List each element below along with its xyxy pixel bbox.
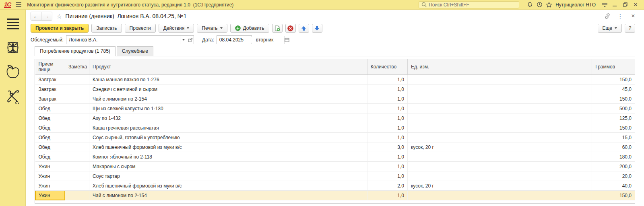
cell-unit[interactable]: [407, 171, 592, 181]
cell-meal[interactable]: Ужин: [35, 162, 65, 171]
tab-service[interactable]: Служебные: [117, 46, 153, 56]
cell-quantity[interactable]: 3,0: [367, 142, 407, 152]
patient-dropdown-button[interactable]: [180, 36, 187, 44]
cell-quantity[interactable]: 1,0: [367, 171, 407, 181]
cell-product[interactable]: Сэндвич с ветчиной и сыром: [89, 84, 367, 94]
post-button[interactable]: Провести: [125, 24, 156, 33]
cell-quantity[interactable]: 1,0: [367, 75, 407, 84]
cell-meal[interactable]: Обед: [35, 133, 65, 142]
cell-unit[interactable]: [407, 133, 592, 142]
cell-product[interactable]: Соус тартар: [89, 171, 367, 181]
cell-grams[interactable]: 180,0: [592, 152, 635, 162]
cell-grams[interactable]: 150,0: [592, 75, 635, 84]
close-form-icon[interactable]: ×: [628, 12, 638, 20]
copy-row-button[interactable]: [272, 24, 283, 33]
cell-note[interactable]: [65, 94, 89, 104]
cell-grams[interactable]: 60,0: [592, 142, 635, 152]
forward-arrow-button[interactable]: →: [41, 12, 52, 20]
cell-note[interactable]: [65, 104, 89, 113]
cell-product[interactable]: Каша манная вязкая по 1-276: [89, 75, 367, 84]
favorites-star-icon[interactable]: [544, 1, 554, 9]
cell-product[interactable]: Соус сырный, готовый к употреблению: [89, 133, 367, 142]
cell-quantity[interactable]: 1,0: [367, 84, 407, 94]
cell-note[interactable]: [65, 84, 89, 94]
cell-product[interactable]: Макароны с сыром: [89, 162, 367, 171]
cell-quantity[interactable]: 1,0: [367, 113, 407, 123]
print-dropdown-button[interactable]: Печать: [197, 24, 227, 33]
cell-meal[interactable]: Обед: [35, 152, 65, 162]
cell-grams[interactable]: 150,0: [592, 191, 635, 200]
cell-note[interactable]: [65, 162, 89, 171]
cell-note[interactable]: [65, 171, 89, 181]
cell-quantity[interactable]: 1,0: [367, 133, 407, 142]
cell-meal[interactable]: Ужин: [35, 191, 65, 200]
date-calendar-button[interactable]: [284, 36, 289, 44]
cell-note[interactable]: [65, 152, 89, 162]
cell-product[interactable]: Азу по 1-432: [89, 113, 367, 123]
more-dropdown-button[interactable]: Еще: [598, 24, 622, 33]
add-row-button[interactable]: Добавить: [230, 24, 269, 33]
actions-dropdown-button[interactable]: Действия: [159, 24, 194, 33]
cell-product[interactable]: Щи из свежей капусты по 1-130: [89, 104, 367, 113]
service-menu-icon[interactable]: [600, 1, 609, 9]
cell-grams[interactable]: 15,0: [592, 133, 635, 142]
cell-grams[interactable]: 150,0: [592, 123, 635, 133]
cell-note[interactable]: [65, 191, 89, 200]
search-input[interactable]: [427, 2, 516, 8]
settings-tools-icon[interactable]: [5, 89, 21, 104]
cell-quantity[interactable]: 1,0: [367, 152, 407, 162]
cell-grams[interactable]: 125,0: [592, 113, 635, 123]
nutrition-apple-icon[interactable]: [6, 64, 20, 80]
cell-quantity[interactable]: 2,0: [367, 181, 407, 191]
patient-open-button[interactable]: [187, 36, 194, 44]
cell-grams[interactable]: 500,0: [592, 104, 635, 113]
cell-meal[interactable]: Завтрак: [35, 94, 65, 104]
cell-quantity[interactable]: 1,0: [367, 191, 407, 200]
cell-meal[interactable]: Завтрак: [35, 75, 65, 84]
cell-meal[interactable]: Обед: [35, 123, 65, 133]
history-icon[interactable]: [535, 1, 544, 9]
form-menu-kebab-icon[interactable]: ⋮: [615, 12, 625, 20]
delete-row-button[interactable]: [285, 24, 296, 33]
current-user[interactable]: Нутрициолог НТО: [555, 2, 596, 8]
cell-note[interactable]: [65, 123, 89, 133]
cell-meal[interactable]: Обед: [35, 104, 65, 113]
cell-product[interactable]: Компот яблочный по 2-118: [89, 152, 367, 162]
cell-product[interactable]: Хлеб пшеничный формовой из муки в/с: [89, 181, 367, 191]
cell-grams[interactable]: 150,0: [592, 94, 635, 104]
cell-meal[interactable]: Ужин: [35, 171, 65, 181]
restore-button[interactable]: [620, 1, 630, 9]
cell-unit[interactable]: [407, 75, 592, 84]
cell-product[interactable]: Чай с лимоном по 2-154: [89, 94, 367, 104]
cell-product[interactable]: Хлеб пшеничный формовой из муки в/с: [89, 142, 367, 152]
post-and-close-button[interactable]: Провести и закрыть: [31, 24, 89, 33]
favorite-star-icon[interactable]: ☆: [56, 12, 62, 20]
main-menu-icon[interactable]: [16, 2, 21, 7]
cell-meal[interactable]: Завтрак: [35, 84, 65, 94]
close-app-button[interactable]: ×: [630, 1, 641, 9]
cell-grams[interactable]: 20,0: [592, 171, 635, 181]
cell-product[interactable]: Чай с лимоном по 2-154: [89, 191, 367, 200]
cell-note[interactable]: [65, 181, 89, 191]
cell-unit[interactable]: кусок, 20 г: [407, 142, 592, 152]
cell-meal[interactable]: Ужин: [35, 181, 65, 191]
get-link-icon[interactable]: [602, 12, 613, 20]
cell-unit[interactable]: [407, 84, 592, 94]
cell-grams[interactable]: 45,0: [592, 84, 635, 94]
tab-consumption[interactable]: Потребление продуктов (1 785): [35, 46, 116, 56]
global-search[interactable]: [419, 1, 519, 8]
patient-input[interactable]: [66, 37, 180, 43]
cell-grams[interactable]: 200,0: [592, 162, 635, 171]
cell-quantity[interactable]: 1,0: [367, 162, 407, 171]
cell-unit[interactable]: [407, 152, 592, 162]
cell-unit[interactable]: [407, 113, 592, 123]
help-button[interactable]: ?: [625, 24, 635, 33]
cell-note[interactable]: [65, 75, 89, 84]
cell-quantity[interactable]: 1,0: [367, 94, 407, 104]
cell-grams[interactable]: 40,0: [592, 181, 635, 191]
cell-note[interactable]: [65, 133, 89, 142]
cell-meal[interactable]: Обед: [35, 113, 65, 123]
cell-unit[interactable]: [407, 94, 592, 104]
back-arrow-button[interactable]: ←: [31, 12, 41, 20]
cell-quantity[interactable]: 1,0: [367, 104, 407, 113]
